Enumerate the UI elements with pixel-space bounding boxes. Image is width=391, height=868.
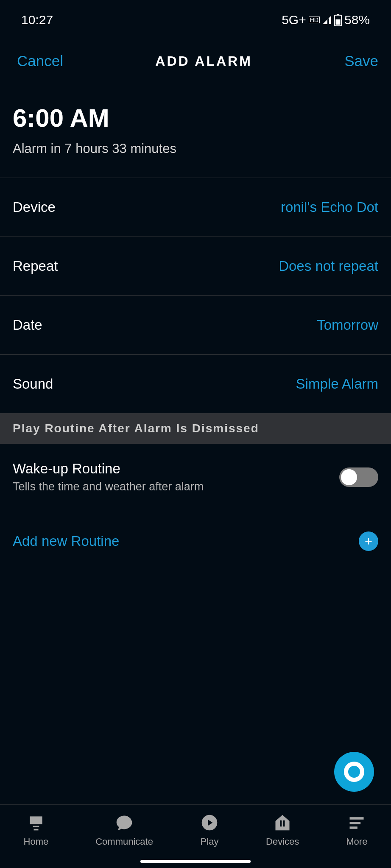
row-sound-value: Simple Alarm	[296, 376, 378, 392]
devices-icon	[273, 813, 292, 832]
network-label: 5G+	[282, 13, 306, 27]
cancel-button[interactable]: Cancel	[17, 53, 63, 70]
row-repeat[interactable]: Repeat Does not repeat	[0, 236, 391, 295]
page-title: ADD ALARM	[155, 53, 252, 69]
svg-rect-10	[350, 817, 364, 820]
header: Cancel ADD ALARM Save	[0, 36, 391, 86]
row-sound-label: Sound	[13, 376, 53, 392]
svg-point-8	[280, 820, 282, 822]
hd-icon: HD	[309, 17, 320, 23]
signal-icon	[321, 15, 332, 25]
alarm-subtitle: Alarm in 7 hours 33 minutes	[0, 137, 391, 178]
svg-rect-6	[280, 822, 282, 826]
toggle-knob	[341, 469, 357, 485]
status-icons: HD	[309, 14, 342, 26]
nav-play-label: Play	[201, 836, 219, 847]
status-time: 10:27	[21, 13, 53, 27]
nav-devices[interactable]: Devices	[266, 813, 299, 847]
svg-rect-4	[34, 829, 38, 830]
row-device-value: ronil's Echo Dot	[281, 199, 378, 215]
svg-rect-1	[337, 14, 339, 15]
wakeup-routine-row: Wake-up Routine Tells the time and weath…	[0, 444, 391, 506]
add-routine-plus-icon[interactable]	[359, 531, 378, 551]
svg-rect-7	[283, 822, 285, 826]
home-icon	[27, 813, 45, 832]
wakeup-routine-desc: Tells the time and weather after alarm	[13, 480, 204, 493]
row-date-label: Date	[13, 317, 42, 333]
nav-home[interactable]: Home	[24, 813, 49, 847]
row-date[interactable]: Date Tomorrow	[0, 295, 391, 354]
alexa-fab[interactable]	[334, 752, 374, 792]
nav-play[interactable]: Play	[200, 813, 219, 847]
nav-communicate[interactable]: Communicate	[95, 813, 153, 847]
row-repeat-label: Repeat	[13, 258, 58, 274]
nav-more-label: More	[346, 836, 367, 847]
status-right: 5G+ HD 58%	[282, 13, 370, 27]
nav-devices-label: Devices	[266, 836, 299, 847]
row-device-label: Device	[13, 199, 56, 215]
status-bar: 10:27 5G+ HD 58%	[0, 0, 391, 36]
wakeup-routine-title: Wake-up Routine	[13, 461, 204, 477]
battery-label: 58%	[344, 13, 370, 27]
row-date-value: Tomorrow	[317, 317, 378, 333]
row-device[interactable]: Device ronil's Echo Dot	[0, 178, 391, 236]
alexa-icon	[344, 762, 364, 782]
svg-rect-12	[350, 826, 357, 829]
home-indicator[interactable]	[140, 860, 251, 863]
wakeup-routine-toggle[interactable]	[339, 467, 378, 487]
bottom-nav: Home Communicate Play Devices More	[0, 804, 391, 868]
section-header-routine: Play Routine After Alarm Is Dismissed	[0, 413, 391, 444]
save-button[interactable]: Save	[344, 53, 378, 70]
nav-home-label: Home	[24, 836, 49, 847]
svg-point-9	[283, 820, 285, 822]
svg-rect-11	[350, 822, 361, 824]
svg-rect-3	[33, 826, 39, 827]
battery-icon	[334, 14, 342, 26]
row-sound[interactable]: Sound Simple Alarm	[0, 354, 391, 413]
play-icon	[200, 813, 219, 832]
add-routine-label: Add new Routine	[13, 533, 119, 549]
alarm-time[interactable]: 6:00 AM	[0, 86, 391, 137]
more-icon	[347, 813, 366, 832]
add-routine-row[interactable]: Add new Routine	[0, 506, 391, 568]
svg-rect-2	[335, 19, 340, 25]
communicate-icon	[115, 813, 134, 832]
nav-more[interactable]: More	[346, 813, 367, 847]
nav-communicate-label: Communicate	[95, 836, 153, 847]
row-repeat-value: Does not repeat	[279, 258, 378, 274]
